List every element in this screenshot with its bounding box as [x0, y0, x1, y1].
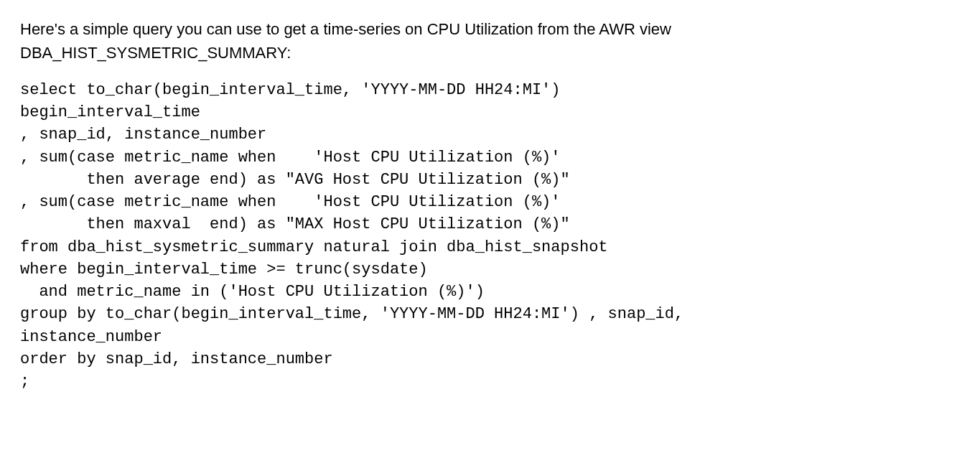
- code-line: , sum(case metric_name when 'Host CPU Ut…: [20, 149, 561, 167]
- intro-paragraph: Here's a simple query you can use to get…: [20, 17, 960, 65]
- code-line: from dba_hist_sysmetric_summary natural …: [20, 238, 608, 256]
- code-line: group by to_char(begin_interval_time, 'Y…: [20, 305, 683, 323]
- code-line: , sum(case metric_name when 'Host CPU Ut…: [20, 193, 561, 211]
- code-line: , snap_id, instance_number: [20, 126, 266, 144]
- code-line: and metric_name in ('Host CPU Utilizatio…: [20, 283, 485, 301]
- code-line: then maxval end) as "MAX Host CPU Utiliz…: [20, 215, 570, 233]
- code-line: instance_number: [20, 328, 162, 346]
- code-line: order by snap_id, instance_number: [20, 350, 333, 368]
- code-line: then average end) as "AVG Host CPU Utili…: [20, 171, 570, 189]
- code-line: ;: [20, 373, 29, 391]
- intro-line-1: Here's a simple query you can use to get…: [20, 20, 671, 38]
- sql-code-block: select to_char(begin_interval_time, 'YYY…: [20, 79, 960, 393]
- code-line: where begin_interval_time >= trunc(sysda…: [20, 261, 428, 279]
- code-line: begin_interval_time: [20, 103, 200, 121]
- code-line: select to_char(begin_interval_time, 'YYY…: [20, 81, 561, 99]
- intro-line-2: DBA_HIST_SYSMETRIC_SUMMARY:: [20, 44, 291, 62]
